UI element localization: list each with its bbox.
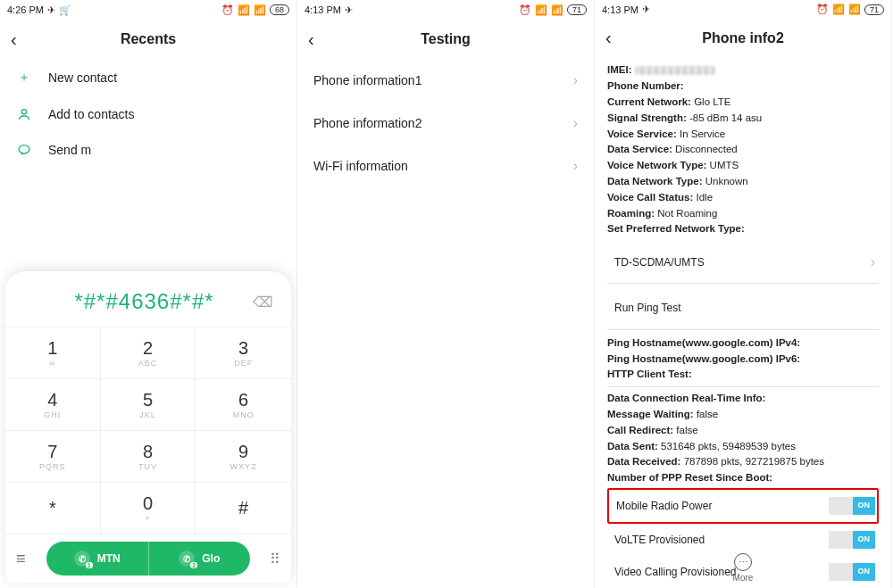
chevron-right-icon: › bbox=[871, 252, 875, 274]
key-3[interactable]: 3DEF bbox=[196, 327, 291, 379]
call-redirect-label: Call Redirect: bbox=[607, 425, 673, 435]
page-title: Recents bbox=[32, 31, 264, 47]
status-time: 4:13 PM bbox=[305, 4, 341, 15]
panel-phone-info2: 4:13 PM ✈ ⏰ 📶 📶 71 ‹ Phone info2 IMEI: P… bbox=[595, 0, 892, 588]
sim-name: MTN bbox=[97, 552, 121, 565]
dialed-number: *#*#4636#*#* bbox=[41, 289, 247, 314]
voice-service-label: Voice Service: bbox=[607, 128, 677, 139]
add-to-contacts-row[interactable]: Add to contacts bbox=[0, 96, 296, 132]
page-title: Testing bbox=[330, 31, 562, 47]
data-received-value: 787898 pkts, 927219875 bytes bbox=[684, 456, 824, 467]
battery-icon: 71 bbox=[864, 4, 884, 15]
signal-icon: 📶 bbox=[238, 4, 250, 16]
more-icon: ⋯ bbox=[734, 553, 752, 571]
chevron-right-icon: › bbox=[573, 115, 578, 131]
switch-state: ON bbox=[853, 531, 876, 549]
plus-icon: ＋ bbox=[16, 70, 32, 86]
signal-icon: 📶 bbox=[832, 4, 845, 15]
new-contact-row[interactable]: ＋ New contact bbox=[0, 59, 296, 96]
data-net-type-value: Unknown bbox=[705, 176, 748, 186]
wifi-info-row[interactable]: Wi-Fi information › bbox=[297, 145, 594, 187]
status-time: 4:26 PM bbox=[7, 4, 44, 15]
signal-icon: 📶 bbox=[848, 4, 861, 15]
data-received-label: Data Received: bbox=[607, 456, 680, 467]
signal-icon: 📶 bbox=[535, 4, 547, 16]
signal-icon: 📶 bbox=[551, 4, 563, 16]
telegram-icon: ✈ bbox=[642, 4, 650, 15]
dialer-bottom-bar: ≡ ✆1 MTN ✆2 Glo ⠿ bbox=[5, 534, 291, 583]
signal-strength-value: -85 dBm 14 asu bbox=[689, 112, 762, 123]
voice-service-value: In Service bbox=[680, 128, 725, 139]
pref-network-select[interactable]: TD-SCDMA/UMTS › bbox=[607, 243, 879, 284]
key-hash[interactable]: # bbox=[196, 483, 291, 534]
key-6[interactable]: 6MNO bbox=[196, 379, 291, 431]
key-7[interactable]: 7PQRS bbox=[5, 431, 101, 483]
ping-v4-label: Ping Hostname(www.google.com) IPv4: bbox=[607, 337, 800, 348]
phone-info-1-row[interactable]: Phone information1 › bbox=[297, 59, 594, 102]
status-bar: 4:26 PM ✈ 🛒 ⏰ 📶 📶 68 bbox=[0, 0, 296, 20]
phone-icon: ✆1 bbox=[74, 551, 90, 567]
msg-waiting-label: Message Waiting: bbox=[607, 409, 694, 419]
alarm-icon: ⏰ bbox=[519, 4, 531, 16]
menu-icon[interactable]: ≡ bbox=[16, 550, 39, 568]
send-message-row[interactable]: Send m bbox=[0, 132, 296, 168]
signal-strength-label: Signal Strength: bbox=[607, 112, 687, 123]
dialpad-icon[interactable]: ⠿ bbox=[257, 551, 280, 567]
svg-point-1 bbox=[19, 145, 29, 153]
phone-number-label: Phone Number: bbox=[607, 80, 684, 91]
panel-testing: 4:13 PM ✈ ⏰ 📶 📶 71 ‹ Testing Phone infor… bbox=[297, 0, 595, 588]
svg-point-0 bbox=[21, 110, 26, 114]
key-4[interactable]: 4GHI bbox=[5, 379, 101, 431]
msg-waiting-value: false bbox=[697, 409, 718, 419]
ppp-reset-label: Number of PPP Reset Since Boot: bbox=[607, 472, 772, 483]
chevron-right-icon: › bbox=[573, 72, 578, 88]
option-label: Add to contacts bbox=[48, 107, 135, 121]
volte-provisioned-row: VoLTE Provisioned ON bbox=[607, 524, 879, 556]
http-client-test-label: HTTP Client Test: bbox=[607, 369, 692, 379]
current-network-value: Glo LTE bbox=[694, 96, 730, 107]
sim-name: Glo bbox=[202, 552, 220, 565]
call-sim2-button[interactable]: ✆2 Glo bbox=[149, 542, 251, 576]
ping-v6-label: Ping Hostname(www.google.com) IPv6: bbox=[607, 353, 800, 364]
phone-info-2-row[interactable]: Phone information2 › bbox=[297, 102, 594, 145]
key-star[interactable]: * bbox=[5, 483, 101, 534]
back-icon[interactable]: ‹ bbox=[308, 29, 330, 50]
mobile-radio-power-switch[interactable]: ON bbox=[829, 497, 875, 515]
call-redirect-value: false bbox=[676, 425, 697, 435]
status-bar: 4:13 PM ✈ ⏰ 📶 📶 71 bbox=[297, 0, 594, 20]
key-1[interactable]: 1∞ bbox=[5, 327, 101, 379]
key-0[interactable]: 0+ bbox=[101, 483, 196, 534]
more-button[interactable]: ⋯ More bbox=[595, 553, 891, 583]
volte-switch[interactable]: ON bbox=[829, 531, 875, 549]
data-service-value: Disconnected bbox=[675, 144, 738, 154]
key-8[interactable]: 8TUV bbox=[101, 431, 196, 483]
header: ‹ Phone info2 bbox=[595, 19, 891, 57]
option-label: Send m bbox=[48, 143, 91, 157]
call-sim1-button[interactable]: ✆1 MTN bbox=[46, 542, 149, 576]
telegram-icon: ✈ bbox=[345, 4, 353, 16]
roaming-value: Not Roaming bbox=[657, 208, 717, 219]
back-icon[interactable]: ‹ bbox=[605, 28, 627, 48]
roaming-label: Roaming: bbox=[607, 208, 655, 219]
back-icon[interactable]: ‹ bbox=[11, 29, 32, 50]
panel-recents-dialer: 4:26 PM ✈ 🛒 ⏰ 📶 📶 68 ‹ Recents ＋ New con… bbox=[0, 0, 297, 588]
call-button: ✆1 MTN ✆2 Glo bbox=[46, 542, 250, 576]
key-5[interactable]: 5JKL bbox=[101, 379, 196, 431]
mobile-radio-power-row: Mobile Radio Power ON bbox=[607, 488, 879, 524]
alarm-icon: ⏰ bbox=[816, 4, 829, 15]
backspace-button[interactable]: ⌫ bbox=[247, 292, 279, 312]
battery-icon: 68 bbox=[270, 4, 289, 15]
current-network-label: Current Network: bbox=[607, 96, 691, 107]
key-2[interactable]: 2ABC bbox=[101, 327, 196, 379]
list-item-label: Phone information1 bbox=[313, 73, 421, 87]
option-label: New contact bbox=[48, 70, 117, 85]
run-ping-test-button[interactable]: Run Ping Test bbox=[607, 287, 879, 330]
data-conn-rt-label: Data Connection Real-Time Info: bbox=[607, 393, 765, 403]
battery-icon: 71 bbox=[567, 4, 587, 15]
toggle-label: Mobile Radio Power bbox=[616, 498, 712, 515]
speech-bubble-icon bbox=[16, 143, 32, 157]
telegram-icon: ✈ bbox=[47, 4, 55, 16]
header: ‹ Recents bbox=[0, 20, 296, 59]
key-9[interactable]: 9WXYZ bbox=[196, 431, 291, 483]
person-icon bbox=[16, 107, 32, 121]
